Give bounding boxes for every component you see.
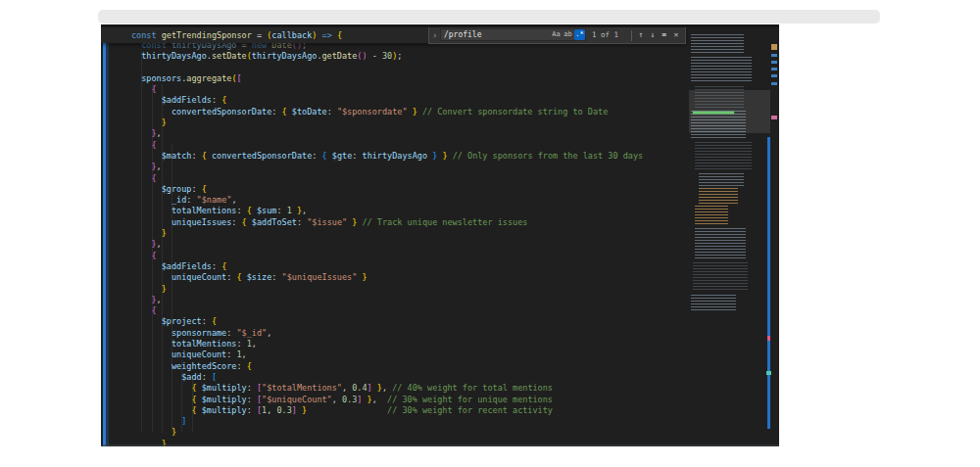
code-token: :	[231, 217, 241, 227]
code-token: {	[221, 261, 226, 271]
code-token: $addFields	[131, 261, 212, 271]
code-token: {	[131, 84, 157, 94]
code-token: // Convert sponsordate string to Date	[417, 107, 608, 117]
overview-ruler[interactable]	[770, 27, 779, 446]
code-token: "$issue"	[307, 217, 347, 227]
code-line: $addFields: {	[131, 95, 686, 106]
code-token: }	[427, 151, 437, 161]
code-editor-window[interactable]: const thirtyDaysAgo = new Date(); thirty…	[101, 24, 779, 446]
code-line: $project: {	[131, 316, 686, 327]
scrollbar-decoration-bar[interactable]	[767, 137, 770, 429]
code-token: "$sponsordate"	[337, 107, 408, 117]
code-token: ,	[302, 206, 307, 215]
code-token: :	[297, 217, 307, 227]
find-toggle-whole-word[interactable]: ab	[563, 29, 573, 40]
code-token: uniqueCount	[131, 350, 226, 359]
code-token: {	[247, 206, 257, 215]
code-token: // Only sponsors from the last 30 days	[448, 151, 644, 161]
code-line: {	[131, 84, 686, 95]
code-token: }	[131, 427, 176, 437]
find-widget[interactable]: › /profile Aaab.* 1 of 1 ↑↓≡✕	[428, 25, 686, 44]
code-token: uniqueCount	[131, 272, 226, 282]
code-token: :	[247, 405, 257, 415]
code-token: ,	[157, 295, 162, 304]
code-token: thirtyDaysAgo	[363, 151, 428, 161]
code-token: uniqueIssues	[131, 217, 231, 227]
code-token: {	[202, 184, 207, 194]
code-token: -	[368, 51, 382, 61]
code-token: $sum	[257, 206, 276, 215]
code-token: {	[236, 272, 246, 282]
overview-ruler-mark	[771, 74, 777, 77]
code-line: thirtyDaysAgo.setDate(thirtyDaysAgo.getD…	[131, 51, 686, 62]
code-token: }	[372, 383, 382, 393]
code-token: ,	[332, 395, 342, 404]
code-token: weightedScore	[131, 361, 236, 371]
code-line	[131, 63, 686, 73]
code-line: {	[131, 251, 686, 261]
code-token: :	[247, 395, 257, 404]
code-token: :	[352, 151, 362, 161]
code-line: { $multiply: ["$totalMentions", 0.4] }, …	[131, 383, 686, 394]
minimap-code-block	[699, 173, 744, 186]
code-token: $gte	[332, 151, 352, 161]
minimap-code-block	[691, 57, 752, 83]
code-token: $size	[247, 272, 272, 282]
code-token: ,	[157, 162, 162, 171]
code-line: {	[131, 140, 686, 151]
code-token: }	[408, 107, 417, 117]
find-in-selection-button[interactable]: ≡	[659, 29, 670, 41]
code-token: {	[131, 305, 157, 315]
find-toggle-match-case[interactable]: Aa	[551, 29, 562, 40]
code-token: {	[131, 251, 157, 260]
code-line: uniqueCount: { $size: "$uniqueIssues" }	[131, 272, 686, 283]
horizontal-scrollbar[interactable]	[98, 10, 880, 23]
code-line: }	[131, 427, 686, 438]
code-token: {	[337, 30, 342, 40]
code-token: {	[242, 217, 252, 227]
code-token: ()	[357, 51, 367, 61]
code-token: {	[202, 151, 212, 161]
minimap[interactable]	[689, 30, 770, 312]
code-line: convertedSponsorDate: { $toDate: "$spons…	[131, 107, 686, 117]
code-token: "$name"	[197, 195, 232, 205]
code-token: _id	[131, 195, 186, 205]
code-token: ,	[157, 239, 162, 249]
code-token: ,	[242, 350, 247, 359]
code-line: {	[131, 305, 686, 316]
close-button[interactable]: ✕	[670, 29, 682, 41]
code-token: ,	[267, 328, 271, 338]
find-toggle-regex[interactable]: .*	[574, 29, 585, 40]
next-match-button[interactable]: ↓	[647, 29, 659, 41]
toggle-replace-chevron-icon[interactable]: ›	[432, 29, 440, 41]
code-token: totalMentions	[131, 339, 236, 349]
code-token: :	[236, 339, 246, 349]
minimap-viewport-slider[interactable]	[689, 90, 770, 133]
minimap-code-block	[691, 295, 736, 310]
code-line: }	[131, 284, 686, 295]
code-token: thirtyDaysAgo	[131, 51, 207, 61]
code-line: }	[131, 117, 686, 128]
code-token: :	[236, 206, 246, 215]
code-line: { $multiply: ["$uniqueCount", 0.3] }, //…	[131, 395, 686, 405]
code-token: {	[247, 361, 252, 371]
find-input[interactable]: /profile Aaab.*	[440, 28, 586, 41]
code-token: :	[212, 95, 221, 105]
code-token: :	[271, 272, 281, 282]
overview-ruler-mark	[771, 61, 777, 64]
previous-match-button[interactable]: ↑	[635, 29, 647, 41]
code-token: :	[247, 383, 257, 393]
code-line: weightedScore: {	[131, 361, 686, 372]
code-token: 0.4	[352, 383, 367, 393]
code-line: totalMentions: { $sum: 1 },	[131, 206, 686, 216]
code-token: $project	[131, 316, 202, 326]
code-token: "$uniqueIssues"	[282, 272, 358, 282]
code-token: ,	[267, 405, 276, 415]
code-token: [	[212, 372, 217, 382]
code-token: =	[252, 30, 267, 40]
code-token: ,	[342, 383, 352, 393]
code-lines[interactable]: const thirtyDaysAgo = new Date(); thirty…	[131, 40, 686, 446]
code-token: "$uniqueCount"	[262, 395, 332, 404]
code-token: {	[131, 395, 202, 404]
code-line: $add: [	[131, 372, 686, 383]
